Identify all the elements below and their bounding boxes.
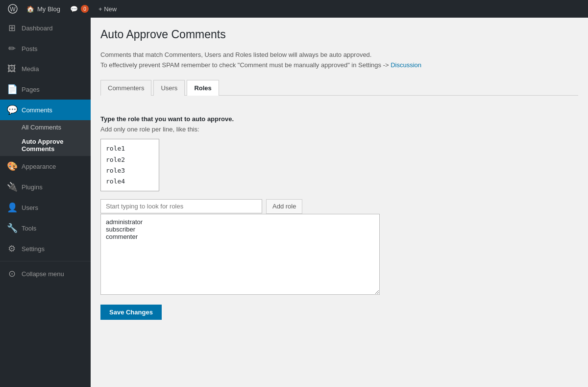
sidebar-item-label: Appearance bbox=[22, 163, 84, 170]
comments-submenu: All Comments Auto Approve Comments bbox=[0, 120, 91, 156]
roles-section: Type the role that you want to auto appr… bbox=[100, 105, 578, 330]
description-line1: Comments that match Commenters, Users an… bbox=[100, 51, 371, 58]
role-search-input[interactable] bbox=[100, 199, 262, 213]
collapse-label: Collapse menu bbox=[22, 270, 84, 278]
adminbar-site[interactable]: 🏠 My Blog bbox=[22, 0, 65, 18]
roles-example-box: role1role2role3role4 bbox=[100, 139, 159, 191]
sidebar-item-label: Tools bbox=[22, 225, 84, 232]
admin-bar: W 🏠 My Blog 💬 0 + New bbox=[0, 0, 588, 18]
dashboard-icon: ⊞ bbox=[7, 23, 17, 33]
search-add-row: Add role bbox=[100, 199, 578, 214]
sidebar-item-dashboard[interactable]: ⊞ Dashboard bbox=[0, 18, 91, 38]
comments-count: 0 bbox=[81, 5, 89, 13]
users-icon: 👤 bbox=[7, 202, 17, 213]
posts-icon: ✏ bbox=[7, 43, 17, 54]
new-label: + New bbox=[98, 5, 117, 13]
add-role-button[interactable]: Add role bbox=[266, 199, 302, 214]
appearance-icon: 🎨 bbox=[7, 161, 17, 172]
sidebar-item-label: Pages bbox=[22, 86, 84, 93]
sidebar-item-pages[interactable]: 📄 Pages bbox=[0, 79, 91, 100]
sidebar: ⊞ Dashboard ✏ Posts 🖼 Media 📄 Pages 💬 Co… bbox=[0, 18, 91, 387]
adminbar-comments[interactable]: 💬 0 bbox=[65, 0, 94, 18]
site-name: My Blog bbox=[37, 5, 60, 13]
sidebar-item-label: Users bbox=[22, 204, 84, 211]
discussion-link[interactable]: Discussion bbox=[391, 61, 421, 69]
home-icon: 🏠 bbox=[26, 5, 34, 13]
plugins-icon: 🔌 bbox=[7, 181, 17, 192]
sidebar-item-posts[interactable]: ✏ Posts bbox=[0, 38, 91, 59]
comment-icon: 💬 bbox=[70, 5, 78, 13]
tab-users[interactable]: Users bbox=[153, 80, 185, 96]
collapse-icon: ⊙ bbox=[7, 268, 17, 279]
save-changes-button[interactable]: Save Changes bbox=[100, 305, 162, 320]
sidebar-item-label: Comments bbox=[22, 106, 84, 114]
tab-commenters[interactable]: Commenters bbox=[100, 80, 151, 96]
sidebar-item-label: Dashboard bbox=[22, 25, 84, 32]
sidebar-item-label: Plugins bbox=[22, 183, 84, 191]
page-title: Auto Approve Comments bbox=[100, 27, 578, 42]
roles-heading: Type the role that you want to auto appr… bbox=[100, 115, 578, 123]
sidebar-item-comments[interactable]: 💬 Comments bbox=[0, 100, 91, 120]
page-description: Comments that match Commenters, Users an… bbox=[100, 50, 578, 71]
tools-icon: 🔧 bbox=[7, 223, 17, 233]
pages-icon: 📄 bbox=[7, 84, 17, 95]
adminbar-new[interactable]: + New bbox=[94, 0, 122, 18]
wp-logo[interactable]: W bbox=[4, 0, 22, 18]
tab-roles[interactable]: Roles bbox=[187, 80, 219, 96]
submenu-auto-approve[interactable]: Auto Approve Comments bbox=[0, 134, 91, 156]
roles-textarea[interactable]: administrator subscriber commenter bbox=[100, 214, 380, 295]
submenu-all-comments[interactable]: All Comments bbox=[0, 120, 91, 134]
sidebar-item-tools[interactable]: 🔧 Tools bbox=[0, 218, 91, 238]
svg-text:W: W bbox=[10, 6, 16, 13]
settings-icon: ⚙ bbox=[7, 243, 17, 254]
sidebar-item-label: Media bbox=[22, 65, 84, 73]
media-icon: 🖼 bbox=[7, 64, 17, 74]
tab-bar: Commenters Users Roles bbox=[100, 80, 578, 96]
comments-icon: 💬 bbox=[7, 104, 17, 115]
sidebar-item-appearance[interactable]: 🎨 Appearance bbox=[0, 156, 91, 177]
sidebar-item-settings[interactable]: ⚙ Settings bbox=[0, 238, 91, 259]
description-line2: To effectively prevent SPAM remember to … bbox=[100, 61, 389, 69]
sidebar-item-plugins[interactable]: 🔌 Plugins bbox=[0, 177, 91, 197]
sidebar-item-users[interactable]: 👤 Users bbox=[0, 197, 91, 218]
sidebar-item-label: Posts bbox=[22, 45, 84, 52]
sidebar-item-media[interactable]: 🖼 Media bbox=[0, 59, 91, 79]
main-content: Auto Approve Comments Comments that matc… bbox=[91, 18, 588, 387]
sidebar-item-label: Settings bbox=[22, 245, 84, 253]
collapse-menu-button[interactable]: ⊙ Collapse menu bbox=[0, 263, 91, 284]
roles-subtext: Add only one role per line, like this: bbox=[100, 126, 578, 133]
